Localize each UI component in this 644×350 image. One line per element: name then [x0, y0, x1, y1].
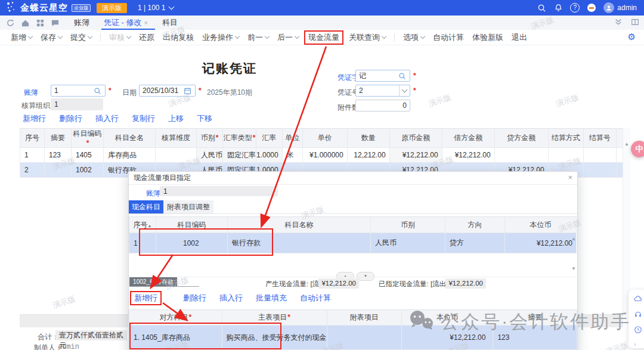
fiscal-period: 2025年第10期 [207, 88, 252, 98]
chevron-right-icon[interactable]: › [634, 341, 636, 348]
scroll-up-icon[interactable]: ▲ [624, 141, 629, 147]
translate-floating-button[interactable]: 中 [631, 141, 644, 157]
help-icon[interactable]: ? [570, 3, 580, 13]
move-down-link[interactable]: 下移 [197, 113, 212, 124]
sort-asc-icon[interactable]: ▲ [148, 224, 152, 228]
copy-row-link[interactable]: 复制行 [132, 113, 155, 124]
do-not-disturb-icon[interactable] [587, 3, 596, 13]
move-up-link[interactable]: 上移 [168, 113, 184, 124]
table-header-row: 序号摘要 科目编码 科目全名核算维度 币别 汇率类型 汇率单位 单价数量 原币金… [20, 129, 628, 148]
tab-cash-accounts[interactable]: 现金科目 [129, 200, 163, 213]
toolbar-submit[interactable]: 提交 [70, 32, 92, 43]
calendar-icon[interactable] [184, 87, 193, 95]
home-icon[interactable] [21, 18, 30, 27]
toolbar-try-new-version[interactable]: 体验新版 [472, 32, 503, 43]
required-mark: * [199, 86, 202, 95]
close-icon[interactable]: × [568, 173, 572, 182]
search-icon[interactable] [537, 3, 546, 13]
add-row-link[interactable]: 新增行 [23, 113, 46, 124]
cash-flow-dialog: 现金流量项目指定 × 账簿 1 现金科目 附表项目调整 序号▲ 科目编码 科目名… [128, 171, 578, 350]
row-actions: 新增行 删除行 插入行 复制行 上移 下移 [23, 113, 225, 124]
selected-subject-tag: 1002_银行存款 [129, 277, 177, 286]
tab-schedule-adjust[interactable]: 附表项目调整 [163, 200, 213, 213]
table-header-row: 序号▲ 科目编码 科目名称 币别 方向 本位币 [129, 217, 577, 233]
demo-watermark: 演示版 [604, 340, 630, 350]
toolbar-previous[interactable]: 前一 [247, 32, 269, 43]
delete-row-link[interactable]: 删除行 [59, 113, 82, 124]
refresh-icon[interactable] [6, 18, 15, 27]
dialog-delete-row-link[interactable]: 删除行 [183, 293, 206, 303]
cloud-icon[interactable] [634, 295, 642, 305]
chevron-down-icon[interactable] [399, 85, 410, 96]
voucher-number-input[interactable]: 2 [355, 85, 410, 97]
cash-account-row-selected[interactable]: 1 1002 银行存款 人民币 贷方 ¥12,212.00 [129, 233, 577, 253]
tab-voucher-edit[interactable]: 凭证 - 修改× [104, 16, 148, 30]
detail-row-selected[interactable]: 1. 1405_库存商品 购买商品、接受劳务支付的现金 ¥12,212.00 1… [129, 326, 577, 350]
date-input[interactable]: 2025/10/31 [139, 85, 196, 97]
dialog-insert-row-link[interactable]: 插入行 [219, 293, 243, 303]
dialog-ledger-input: 1 [160, 186, 278, 196]
avatar[interactable] [603, 2, 614, 13]
toolbar-save[interactable]: 保存 [41, 32, 62, 43]
required-mark: * [413, 86, 416, 95]
dialog-auto-calc-link[interactable]: 自动计算 [300, 293, 331, 303]
scroll-down-icon[interactable]: ▼ [571, 266, 576, 271]
notification-bell-icon[interactable] [553, 3, 563, 13]
dialog-batch-fill-link[interactable]: 批量填充 [256, 293, 287, 303]
apps-grid-icon[interactable] [36, 18, 45, 27]
dialog-add-row-link[interactable]: 新增行 [130, 291, 162, 305]
dialog-ledger-label: 账簿 [146, 188, 160, 199]
toolbar-next[interactable]: 后一 [277, 32, 299, 43]
insert-row-link[interactable]: 插入行 [95, 113, 119, 124]
settings-gear-icon[interactable]: ⚙ [628, 32, 636, 42]
ledger-label[interactable]: 账簿 [24, 88, 38, 98]
voucher-word-input[interactable]: 记 [355, 70, 410, 82]
date-label: 日期 [122, 88, 137, 98]
toolbar-options[interactable]: 选项 [403, 32, 425, 43]
headset-icon[interactable] [634, 310, 642, 320]
toolbar-audit[interactable]: 审核 [109, 32, 131, 43]
workspace-selector[interactable]: 1 | 100 1 [138, 4, 174, 12]
search-icon[interactable] [398, 72, 408, 80]
kingdee-app: 金蝶云星空 企业版 演示版 1 | 100 1 ? admin 账簿 凭证 - … [0, 0, 644, 350]
ledger-input[interactable]: 1 [51, 85, 106, 97]
message-bubble-icon[interactable] [51, 18, 60, 27]
cash-flow-detail-table: 对方科目 主表项目 附表项目 本位币 摘要 1. 1405_库存商品 购买商品、… [129, 309, 577, 350]
toolbar-restore[interactable]: 还原 [139, 32, 154, 43]
search-icon[interactable] [94, 87, 103, 95]
tab-bar: 账簿 凭证 - 修改× 科目 [0, 16, 644, 30]
demo-badge: 演示版 [97, 3, 127, 13]
demo-watermark: 演示版 [427, 92, 453, 109]
cash-account-table: 序号▲ 科目编码 科目名称 币别 方向 本位币 1 1002 银行存款 人民币 … [129, 216, 577, 253]
table-row[interactable]: 1123 1405库存商品 人民币 固定汇率1.0000 米¥1.000000 … [20, 148, 628, 163]
demo-watermark: 演示版 [51, 293, 77, 311]
attachment-count-input[interactable]: 0 [355, 100, 410, 111]
collapse-double-chevron-icon[interactable] [614, 18, 623, 28]
scroll-up-icon[interactable]: ▲ [571, 236, 576, 241]
toolbar-new[interactable]: 新增 [11, 32, 32, 43]
org-input: 1 [51, 98, 103, 110]
toolbar-cashier-review[interactable]: 出纳复核 [163, 32, 194, 43]
edition-badge: 企业版 [72, 4, 91, 12]
close-tab-icon[interactable]: × [144, 19, 148, 26]
split-layout-icon[interactable] [631, 18, 639, 28]
clock-icon[interactable] [634, 326, 642, 336]
chevron-down-icon [168, 4, 174, 10]
toolbar-cash-flow[interactable]: 现金流量 [304, 30, 343, 45]
assigned-flow-value: ¥12,212.00 [445, 278, 486, 289]
assigned-flow-label: 已指定现金流量: [流出] [379, 280, 448, 289]
toolbar-auto-calc[interactable]: 自动计算 [433, 32, 464, 43]
tab-account[interactable]: 科目 [162, 16, 178, 30]
vertical-scrollbar[interactable]: ▲ [623, 128, 630, 314]
logo-dots-icon [6, 1, 18, 15]
assistant-floating-panel[interactable]: › [628, 290, 644, 348]
toolbar-related-query[interactable]: 关联查询 [349, 32, 386, 43]
tab-ledger[interactable]: 账簿 [74, 16, 89, 30]
toolbar-business-ops[interactable]: 业务操作 [202, 32, 239, 43]
generated-flow-value: ¥12,212.00 [318, 278, 359, 289]
username[interactable]: admin [617, 4, 637, 12]
voucher-toolbar: 新增 保存 提交 审核 还原 出纳复核 业务操作 前一 后一 现金流量 关联查询… [0, 30, 644, 45]
dialog-row-actions: 新增行 删除行 插入行 批量填充 自动计算 [133, 293, 344, 303]
total-in-words: 壹万贰仟贰佰壹拾贰元 [55, 330, 127, 340]
toolbar-exit[interactable]: 退出 [512, 32, 527, 43]
